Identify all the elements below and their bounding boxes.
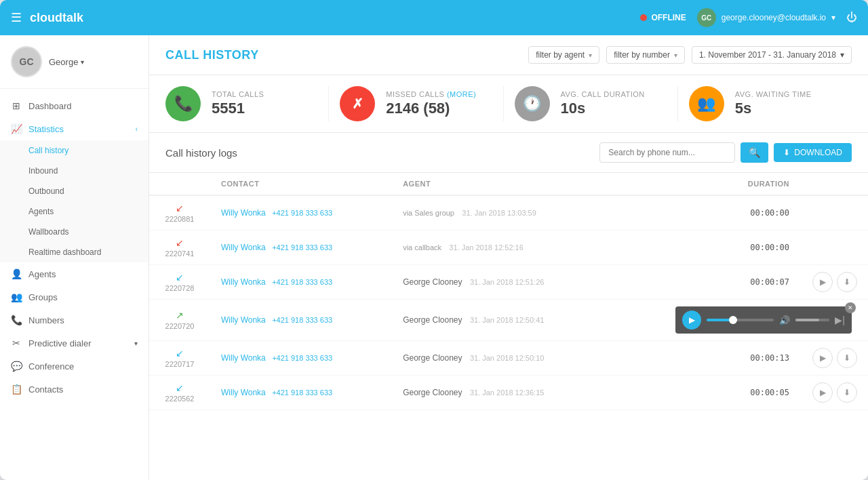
table-row: ↙ 2220717 Willy Wonka +421 918 333 633 [149, 341, 868, 376]
call-number: 2220720 [165, 322, 195, 330]
col-duration: DURATION [615, 173, 800, 195]
call-number: 2220728 [165, 284, 195, 292]
sidebar-item-agents[interactable]: 👤 Agents [0, 262, 149, 285]
datetime: 31. Jan 2018 13:03:59 [462, 209, 536, 217]
contact-name[interactable]: Willy Wonka [221, 388, 266, 397]
play-button[interactable]: ▶ [812, 382, 833, 403]
contact-name[interactable]: Willy Wonka [221, 277, 266, 287]
table-row: ↙ 2220562 Willy Wonka +421 918 333 633 [149, 376, 868, 410]
logs-controls: 🔍 ⬇ DOWNLOAD [599, 142, 852, 163]
logo: cloudtalk [30, 11, 83, 25]
sidebar-item-numbers[interactable]: 📞 Numbers [0, 308, 149, 332]
sidebar-item-groups[interactable]: 👥 Groups [0, 285, 149, 308]
contact-name[interactable]: Willy Wonka [221, 208, 266, 218]
download-row-button[interactable]: ⬇ [837, 382, 857, 403]
audio-progress[interactable] [707, 319, 774, 321]
call-type-cell: ↗ 2220720 [160, 310, 199, 330]
search-input[interactable] [599, 142, 735, 163]
table-header-row: CONTACT AGENT DURATION [149, 173, 868, 195]
more-link[interactable]: (MORE) [447, 90, 476, 98]
duration: 00:00:13 [750, 353, 789, 363]
duration: 00:00:07 [750, 277, 789, 287]
agent-via: via Sales group [403, 209, 454, 217]
sidebar-item-call-history[interactable]: Call history [0, 140, 149, 161]
sidebar-item-conference[interactable]: 💬 Conference [0, 355, 149, 378]
contact-name[interactable]: Willy Wonka [221, 243, 266, 252]
user-name[interactable]: George ▾ [49, 57, 84, 67]
play-button[interactable]: ▶ [812, 348, 833, 368]
sub-nav: Call history Inbound Outbound Agents Wal… [0, 140, 149, 262]
chevron-down-icon: ▾ [81, 58, 84, 66]
audio-thumb [729, 316, 737, 324]
download-button[interactable]: ⬇ DOWNLOAD [774, 143, 852, 162]
play-button[interactable]: ▶ [812, 272, 833, 292]
hamburger-icon[interactable]: ☰ [11, 10, 22, 25]
inbound-call-arrow: ↙ [176, 272, 184, 283]
contact-phone: +421 918 333 633 [272, 243, 332, 252]
user-info[interactable]: GC george.clooney@cloudtalk.io ▾ [697, 8, 835, 27]
col-type [149, 173, 210, 195]
page-header: CALL HISTORY filter by agent ▾ filter by… [149, 35, 868, 75]
avatar: GC [697, 8, 716, 27]
datetime: 31. Jan 2018 12:50:10 [470, 354, 544, 362]
contact-phone: +421 918 333 633 [272, 209, 332, 217]
header-controls: filter by agent ▾ filter by number ▾ 1. … [528, 46, 852, 64]
stat-missed-calls: ✗ MISSED CALLS (MORE) 2146 (58) [329, 86, 503, 121]
datetime: 31. Jan 2018 12:51:26 [470, 278, 544, 286]
filter-number-select[interactable]: filter by number ▾ [606, 46, 685, 64]
download-row-button[interactable]: ⬇ [837, 348, 857, 368]
col-actions [800, 173, 868, 195]
chevron-down-icon: ▾ [674, 52, 677, 59]
chevron-down-icon: ▾ [134, 340, 138, 347]
clipboard-icon: 📋 [11, 384, 22, 395]
call-history-table: CONTACT AGENT DURATION ↙ [149, 173, 868, 410]
contact-name[interactable]: Willy Wonka [221, 353, 266, 363]
audio-play-button[interactable]: ▶ [682, 311, 701, 329]
audio-close-button[interactable]: ✕ [845, 302, 856, 313]
date-range-picker[interactable]: 1. November 2017 - 31. January 2018 ▾ [692, 46, 852, 64]
volume-icon[interactable]: 🔊 [779, 315, 790, 325]
missed-call-arrow: ↙ [176, 237, 184, 248]
chevron-down-icon: ▾ [589, 52, 592, 59]
sidebar-item-dashboard[interactable]: ⊞ Dashboard [0, 94, 149, 117]
sidebar-item-wallboards[interactable]: Wallboards [0, 222, 149, 242]
sidebar-item-inbound[interactable]: Inbound [0, 161, 149, 181]
main-layout: GC George ▾ ⊞ Dashboard 📈 Statistics ‹ C… [0, 35, 868, 480]
search-button[interactable]: 🔍 [741, 142, 768, 163]
sidebar-item-predictive[interactable]: ✂ Predictive dialer ▾ [0, 332, 149, 355]
datetime: 31. Jan 2018 12:52:16 [449, 243, 523, 252]
filter-agent-select[interactable]: filter by agent ▾ [528, 46, 599, 64]
sidebar-item-statistics[interactable]: 📈 Statistics ‹ [0, 117, 149, 140]
chevron-down-icon: ▾ [831, 13, 835, 22]
contact-name[interactable]: Willy Wonka [221, 315, 266, 325]
power-icon[interactable]: ⏻ [846, 12, 857, 24]
duration: 00:00:00 [750, 243, 789, 252]
sidebar-item-outbound[interactable]: Outbound [0, 181, 149, 201]
grid-icon: ⊞ [11, 100, 22, 111]
sidebar-item-agents[interactable]: Agents [0, 201, 149, 222]
sidebar-item-realtime[interactable]: Realtime dashboard [0, 242, 149, 262]
stat-avg-duration: 🕐 AVG. CALL DURATION 10s [504, 86, 678, 121]
row-actions: ▶ ⬇ [811, 382, 857, 403]
offline-dot [640, 14, 647, 21]
outbound-call-arrow: ↗ [176, 310, 184, 321]
contact-phone: +421 918 333 633 [272, 278, 332, 286]
call-type-cell: ↙ 2220881 [160, 203, 199, 223]
avatar: GC [11, 46, 42, 77]
nav-section: ⊞ Dashboard 📈 Statistics ‹ Call history … [0, 89, 149, 406]
audio-progress-fill [707, 319, 730, 321]
contact-phone: +421 918 333 633 [272, 388, 332, 397]
audio-next-icon[interactable]: ▶| [835, 315, 845, 325]
agent-via: via callback [403, 243, 441, 252]
call-number: 2220717 [165, 360, 195, 368]
phone-icon: 📞 [11, 315, 22, 325]
sidebar-item-contacts[interactable]: 📋 Contacts [0, 378, 149, 401]
status-badge: OFFLINE [640, 13, 686, 22]
status-label: OFFLINE [651, 13, 686, 22]
inbound-call-arrow: ↙ [176, 348, 184, 359]
table-container: CONTACT AGENT DURATION ↙ [149, 173, 868, 480]
volume-bar[interactable] [795, 319, 829, 321]
datetime: 31. Jan 2018 12:36:15 [470, 388, 544, 397]
logs-title: Call history logs [165, 147, 237, 159]
download-row-button[interactable]: ⬇ [837, 272, 857, 292]
